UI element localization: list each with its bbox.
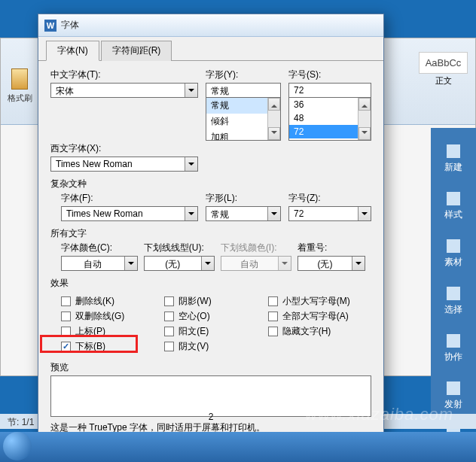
file-icon [447,144,460,158]
app-icon: W [44,20,56,32]
material-icon [447,239,460,253]
select-icon [447,287,460,300]
scroll-down-icon[interactable] [268,127,280,140]
chk-subscript[interactable]: 下标(B) [61,340,164,353]
side-item-new[interactable]: 新建 [431,135,476,183]
chk-allcaps[interactable]: 全部大写字母(A) [268,310,371,323]
color-combo[interactable]: 自动 [61,256,138,271]
cn-style-input[interactable]: 常规 [206,83,281,98]
collab-icon [447,334,460,348]
chevron-down-icon[interactable] [201,257,214,270]
format-brush-icon[interactable] [11,68,28,90]
chevron-down-icon[interactable] [352,257,365,270]
chk-smallcaps[interactable]: 小型大写字母(M) [268,295,371,308]
underline-combo[interactable]: (无) [144,256,215,271]
emphasis-combo[interactable]: (无) [298,256,365,271]
list-item[interactable]: 常规 [206,98,267,114]
complex-font-combo[interactable]: Times New Roman [61,206,198,221]
font-dialog: W 字体 字体(N) 字符间距(R) 中文字体(T): 宋体 字形(Y): 常规… [38,14,384,462]
underline-label: 下划线线型(U): [144,242,215,254]
chk-engrave[interactable]: 阴文(V) [164,340,267,353]
chk-outline[interactable]: 空心(O) [164,310,267,323]
scroll-up-icon[interactable] [268,98,280,111]
side-panel: 新建 样式 素材 选择 协作 发射 备份 [431,128,476,414]
titlebar[interactable]: W 字体 [38,14,383,37]
scrollbar[interactable] [267,98,280,140]
scroll-down-icon[interactable] [359,127,371,140]
chk-emboss[interactable]: 阳文(E) [164,325,267,338]
color-label: 字体颜色(C): [61,242,138,254]
style-label: 正文 [419,75,468,87]
cn-size-label: 字号(S): [288,68,371,81]
west-font-label: 西文字体(X): [50,142,198,155]
chevron-down-icon [278,257,291,270]
ulcolor-label: 下划线颜色(I): [221,242,291,254]
alltext-header: 所有文字 [50,227,371,240]
taskbar[interactable] [0,432,476,462]
tab-font[interactable]: 字体(N) [46,41,99,61]
complex-size-combo[interactable]: 72 [288,206,371,221]
side-item-style[interactable]: 样式 [431,183,476,230]
watermark: www.xiazaiba.com [305,405,453,424]
effects-header: 效果 [50,277,371,290]
ulcolor-combo: 自动 [221,256,291,271]
side-item-material[interactable]: 素材 [431,230,476,278]
style-sample[interactable]: AaBbCc [419,52,468,74]
chk-double-strike[interactable]: 双删除线(G) [61,310,164,323]
scrollbar[interactable] [358,98,371,140]
dialog-title: 字体 [61,19,79,32]
tabstrip: 字体(N) 字符间距(R) [38,37,383,61]
tab-char-spacing[interactable]: 字符间距(R) [101,41,172,61]
chevron-down-icon[interactable] [185,157,197,171]
start-button[interactable] [3,432,32,460]
complex-font-label: 字体(F): [61,192,198,205]
complex-header: 复杂文种 [50,178,371,190]
chevron-down-icon[interactable] [358,207,371,220]
west-font-combo[interactable]: Times New Roman [50,157,198,172]
complex-size-label: 字号(Z): [288,192,371,205]
cn-style-list[interactable]: 常规 倾斜 加粗 [206,98,281,141]
emphasis-label: 着重号: [298,242,365,254]
side-item-collab[interactable]: 协作 [431,325,476,372]
chevron-down-icon[interactable] [185,84,197,97]
side-item-select[interactable]: 选择 [431,278,476,325]
complex-style-label: 字形(L): [206,192,281,205]
format-brush-label: 格式刷 [4,93,35,104]
list-item[interactable]: 倾斜 [206,114,267,129]
cn-size-input[interactable]: 72 [288,83,371,98]
cn-font-combo[interactable]: 宋体 [50,83,198,98]
cn-style-label: 字形(Y): [206,68,281,81]
cn-size-list[interactable]: 36 48 72 [288,98,371,141]
chevron-down-icon[interactable] [124,257,137,270]
chk-superscript[interactable]: 上标(P) [61,325,164,338]
list-item[interactable]: 72 [289,125,358,138]
list-item[interactable]: 加粗 [206,129,267,141]
preview-header: 预览 [50,361,371,374]
scroll-up-icon[interactable] [359,98,371,111]
list-item[interactable]: 36 [289,98,358,111]
chk-shadow[interactable]: 阴影(W) [164,295,267,308]
list-item[interactable]: 48 [289,111,358,125]
launch-icon [447,381,460,395]
chevron-down-icon[interactable] [267,207,280,220]
chevron-down-icon[interactable] [185,207,197,220]
complex-style-combo[interactable]: 常规 [206,206,281,221]
cn-font-label: 中文字体(T): [50,68,198,81]
chk-strikethrough[interactable]: 删除线(K) [61,295,164,308]
chk-hidden[interactable]: 隐藏文字(H) [268,325,371,338]
style-icon [447,192,460,205]
